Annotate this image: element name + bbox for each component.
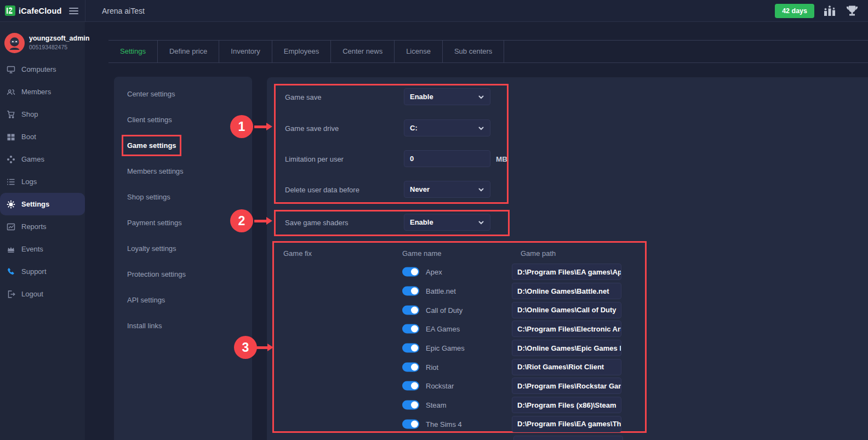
- sidebar-item-settings[interactable]: Settings: [0, 193, 85, 215]
- star-podium-icon[interactable]: [823, 4, 837, 18]
- toggle-knob: [411, 288, 418, 295]
- sidebar-item-logs[interactable]: Logs: [0, 170, 85, 193]
- game-path-input-steam[interactable]: D:\Program Files (x86)\Steam: [512, 397, 621, 413]
- tab-inventory[interactable]: Inventory: [219, 41, 272, 62]
- game-path-input-the-sims-4[interactable]: D:\Program Files\EA games\The S: [512, 416, 621, 432]
- sidebar-item-label: Boot: [21, 133, 36, 141]
- game-fix-label: Game fix: [283, 249, 312, 258]
- select-value: Never: [410, 185, 430, 193]
- settings-nav-item-center-settings[interactable]: Center settings: [114, 81, 252, 107]
- settings-nav-item-protection-settings[interactable]: Protection settings: [114, 261, 252, 287]
- game-fix-toggle-call-of-duty[interactable]: [402, 305, 419, 315]
- chevron-down-icon: [478, 125, 484, 132]
- settings-nav-item-loyalty-settings[interactable]: Loyalty settings: [114, 236, 252, 261]
- game-path-input-apex[interactable]: D:\Program Files\EA games\Apex: [512, 264, 621, 280]
- game-fix-toggle-battle-net[interactable]: [402, 287, 419, 296]
- toggle-knob: [411, 268, 418, 276]
- game-fix-toggle-apex[interactable]: [402, 267, 419, 277]
- game-fix-row-call-of-duty: Call of DutyD:\Online Games\Call of Duty: [274, 300, 645, 319]
- limitation-per-user-unit: MB: [496, 155, 507, 163]
- logs-icon: [6, 177, 15, 186]
- settings-nav-item-label: Client settings: [127, 116, 172, 124]
- brand-name: iCafeCloud: [19, 7, 62, 15]
- tab-employees[interactable]: Employees: [272, 41, 331, 62]
- game-path-input-rockstar[interactable]: D:\Program Files\Rockstar Games: [512, 378, 621, 394]
- sidebar-item-label: Members: [21, 88, 51, 96]
- gamepad-icon: [6, 155, 15, 164]
- sidebar-item-members[interactable]: Members: [0, 81, 85, 103]
- save-game-shaders-select[interactable]: Enable: [404, 214, 490, 231]
- game-name-column-header: Game name: [402, 249, 442, 258]
- sidebar-item-computers[interactable]: Computers: [0, 58, 85, 81]
- annotation-arrow-3: [255, 344, 273, 351]
- annotation-box-1: Game saveEnableGame save driveC:Limitati…: [274, 84, 509, 204]
- sidebar-item-label: Support: [21, 267, 47, 276]
- settings-nav-item-label: API settings: [127, 296, 165, 304]
- sidebar-item-reports[interactable]: Reports: [0, 215, 85, 238]
- settings-nav-item-api-settings[interactable]: API settings: [114, 287, 252, 313]
- sidebar-item-games[interactable]: Games: [0, 148, 85, 170]
- user-box[interactable]: youngzsoft_admin 005193482475: [0, 22, 85, 53]
- hamburger-menu-icon[interactable]: [69, 8, 78, 14]
- game-fix-toggle-riot[interactable]: [402, 362, 419, 372]
- annotation-arrow-1: [254, 123, 272, 130]
- tab-center-news[interactable]: Center news: [331, 41, 395, 62]
- crown-icon: [6, 244, 15, 254]
- annotation-box-2: Save game shaders Enable: [274, 210, 510, 236]
- game-fix-toggle-epic-games[interactable]: [402, 344, 419, 353]
- tab-sub-centers[interactable]: Sub centers: [443, 41, 504, 62]
- settings-nav-item-game-settings[interactable]: Game settings: [114, 133, 252, 158]
- game-fix-toggle-the-sims-4[interactable]: [402, 419, 419, 428]
- game-fix-toggle-steam[interactable]: [402, 401, 419, 410]
- annotation-arrow-2: [254, 217, 272, 225]
- game-path-input-partial[interactable]: [513, 436, 623, 440]
- ninja-avatar: [4, 33, 25, 53]
- monitor-icon: [6, 65, 15, 74]
- game-path-input-ea-games[interactable]: C:\Program Files\Electronic Arts\E: [512, 321, 621, 337]
- icafecloud-logo-icon: [5, 5, 15, 16]
- delete-user-data-before-label: Delete user data before: [285, 185, 359, 193]
- game-save-drive-select[interactable]: C:: [404, 119, 490, 136]
- form-row-game-save: Game saveEnable: [276, 88, 507, 105]
- sidebar-item-events[interactable]: Events: [0, 238, 85, 260]
- sidebar-item-logout[interactable]: Logout: [0, 283, 85, 305]
- game-name-label: Rockstar: [426, 382, 454, 390]
- logout-icon: [6, 289, 15, 299]
- game-path-input-battle-net[interactable]: D:\Online Games\Battle.net: [512, 283, 621, 299]
- settings-nav-item-label: Shop settings: [127, 193, 170, 201]
- annotation-marker-2: 2: [230, 209, 253, 232]
- game-fix-row-riot: RiotD:\Riot Games\Riot Client: [274, 357, 645, 376]
- top-bar: iCafeCloud Arena aiTest 42 days: [0, 0, 868, 22]
- license-days-badge[interactable]: 42 days: [775, 4, 814, 18]
- sidebar: youngzsoft_admin 005193482475 ComputersM…: [0, 22, 85, 440]
- game-path-input-call-of-duty[interactable]: D:\Online Games\Call of Duty: [512, 302, 621, 318]
- windows-icon: [6, 132, 15, 141]
- game-save-select[interactable]: Enable: [404, 88, 490, 105]
- annotation-box-3: Game fix Game name Game path ApexD:\Prog…: [272, 241, 647, 433]
- settings-nav-item-members-settings[interactable]: Members settings: [114, 158, 252, 184]
- game-fix-header: Game fix Game name Game path: [274, 249, 645, 259]
- trophy-icon[interactable]: [845, 4, 859, 18]
- members-icon: [6, 87, 15, 96]
- limitation-per-user-input[interactable]: 0: [404, 150, 490, 167]
- tab-define-price[interactable]: Define price: [158, 41, 219, 62]
- select-value: Enable: [410, 93, 433, 101]
- game-fix-row-ea-games: EA GamesC:\Program Files\Electronic Arts…: [274, 319, 645, 339]
- settings-nav-item-install-links[interactable]: Install links: [114, 313, 252, 339]
- settings-nav-item-label: Members settings: [127, 167, 184, 175]
- sidebar-item-support[interactable]: Support: [0, 260, 85, 283]
- game-fix-row-rockstar: RockstarD:\Program Files\Rockstar Games: [274, 376, 645, 396]
- sidebar-item-boot[interactable]: Boot: [0, 125, 85, 148]
- settings-nav-item-label: Game settings: [127, 141, 176, 150]
- game-path-input-riot[interactable]: D:\Riot Games\Riot Client: [512, 359, 621, 375]
- delete-user-data-before-select[interactable]: Never: [404, 181, 490, 198]
- tab-license[interactable]: License: [395, 41, 443, 62]
- settings-nav-item-shop-settings[interactable]: Shop settings: [114, 184, 252, 210]
- sidebar-item-shop[interactable]: Shop: [0, 103, 85, 125]
- game-path-input-epic-games[interactable]: D:\Online Games\Epic Games Lau: [512, 340, 621, 356]
- sidebar-item-label: Events: [21, 245, 43, 253]
- tab-settings[interactable]: Settings: [108, 41, 158, 62]
- game-name-label: Battle.net: [426, 287, 456, 295]
- game-fix-toggle-rockstar[interactable]: [402, 381, 419, 391]
- game-fix-toggle-ea-games[interactable]: [402, 324, 419, 334]
